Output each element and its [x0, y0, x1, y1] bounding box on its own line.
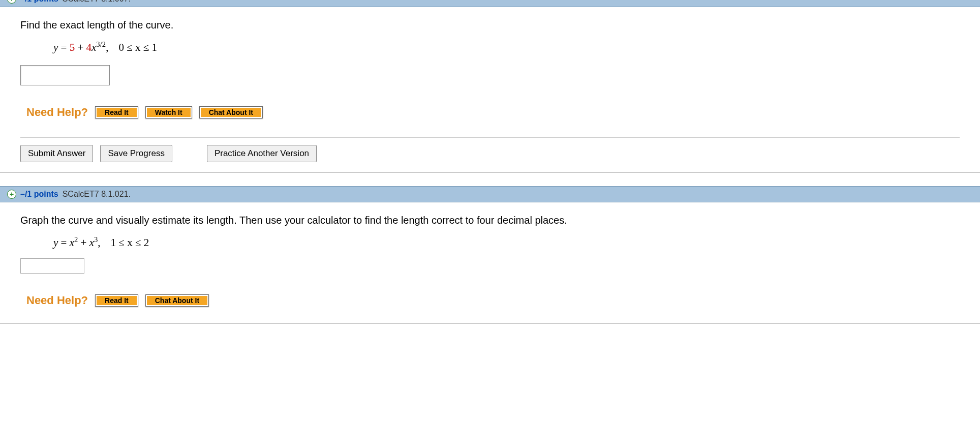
actions-row: Submit Answer Save Progress Practice Ano… [20, 137, 960, 162]
points-label: –/1 points [20, 0, 58, 4]
formula: y = x2 + x3,1 ≤ x ≤ 2 [53, 235, 960, 249]
chat-about-it-button[interactable]: Chat About It [199, 106, 263, 118]
question-prompt: Find the exact length of the curve. [20, 19, 960, 31]
points-label: –/1 points [20, 190, 58, 199]
read-it-button[interactable]: Read It [95, 106, 138, 118]
help-row: Need Help? Read It Chat About It [26, 294, 960, 307]
expand-icon[interactable]: + [7, 190, 16, 199]
chat-about-it-button[interactable]: Chat About It [145, 294, 209, 307]
watch-it-button[interactable]: Watch It [145, 106, 192, 118]
expand-icon[interactable]: + [7, 0, 16, 4]
need-help-label: Need Help? [26, 106, 88, 119]
read-it-button[interactable]: Read It [95, 294, 138, 307]
source-label: SCalcET7 8.1.007. [63, 0, 131, 4]
submit-answer-button[interactable]: Submit Answer [20, 145, 93, 162]
question-body-1: Find the exact length of the curve. y = … [0, 7, 980, 173]
save-progress-button[interactable]: Save Progress [100, 145, 172, 162]
question-body-2: Graph the curve and visually estimate it… [0, 202, 980, 324]
practice-another-button[interactable]: Practice Another Version [207, 145, 317, 162]
help-row: Need Help? Read It Watch It Chat About I… [26, 106, 960, 119]
question-header-2: + –/1 points SCalcET7 8.1.021. [0, 186, 980, 202]
source-label: SCalcET7 8.1.021. [63, 190, 131, 199]
question-header-1: + –/1 points SCalcET7 8.1.007. [0, 0, 980, 7]
answer-input[interactable] [20, 258, 84, 274]
answer-input[interactable] [20, 65, 110, 85]
formula: y = 5 + 4x3/2,0 ≤ x ≤ 1 [53, 40, 960, 54]
question-prompt: Graph the curve and visually estimate it… [20, 215, 960, 226]
need-help-label: Need Help? [26, 294, 88, 307]
